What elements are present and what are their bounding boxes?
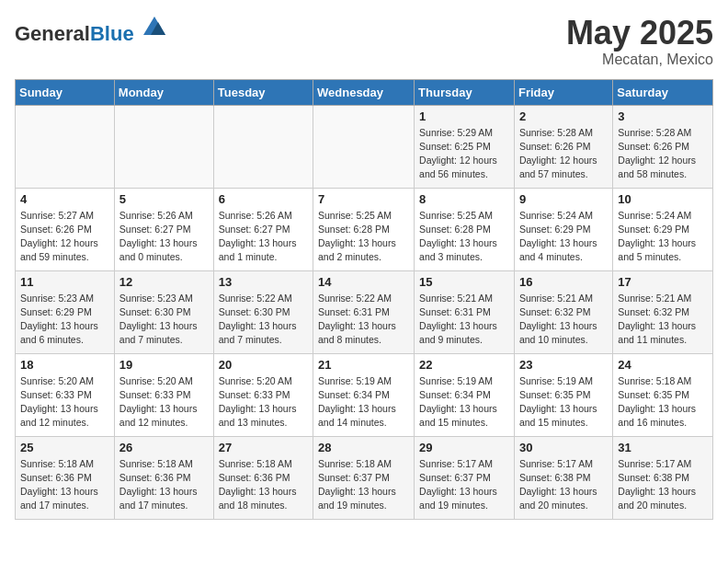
calendar-cell bbox=[16, 105, 115, 188]
day-number: 22 bbox=[419, 358, 509, 372]
day-number: 18 bbox=[20, 358, 109, 372]
calendar-week-row: 25Sunrise: 5:18 AM Sunset: 6:36 PM Dayli… bbox=[16, 436, 713, 519]
day-number: 6 bbox=[219, 192, 308, 206]
weekday-header-saturday: Saturday bbox=[613, 79, 713, 105]
day-info: Sunrise: 5:18 AM Sunset: 6:36 PM Dayligh… bbox=[20, 457, 109, 513]
weekday-header-thursday: Thursday bbox=[415, 79, 515, 105]
calendar-cell: 27Sunrise: 5:18 AM Sunset: 6:36 PM Dayli… bbox=[213, 436, 313, 519]
day-info: Sunrise: 5:29 AM Sunset: 6:25 PM Dayligh… bbox=[419, 126, 509, 182]
day-number: 31 bbox=[618, 441, 708, 454]
day-number: 9 bbox=[519, 192, 608, 206]
calendar-cell: 21Sunrise: 5:19 AM Sunset: 6:34 PM Dayli… bbox=[313, 353, 415, 436]
calendar-cell: 1Sunrise: 5:29 AM Sunset: 6:25 PM Daylig… bbox=[415, 105, 515, 188]
calendar-cell: 10Sunrise: 5:24 AM Sunset: 6:29 PM Dayli… bbox=[613, 188, 713, 270]
title-block: May 2025 Mecatan, Mexico bbox=[566, 15, 713, 68]
day-number: 28 bbox=[318, 441, 409, 454]
day-number: 1 bbox=[419, 109, 509, 123]
calendar-cell: 9Sunrise: 5:24 AM Sunset: 6:29 PM Daylig… bbox=[514, 188, 612, 270]
weekday-header-monday: Monday bbox=[114, 79, 213, 105]
logo-icon bbox=[142, 15, 167, 40]
calendar-cell: 17Sunrise: 5:21 AM Sunset: 6:32 PM Dayli… bbox=[613, 270, 713, 353]
calendar-cell: 26Sunrise: 5:18 AM Sunset: 6:36 PM Dayli… bbox=[114, 436, 213, 519]
calendar-cell: 29Sunrise: 5:17 AM Sunset: 6:37 PM Dayli… bbox=[415, 436, 515, 519]
day-number: 20 bbox=[219, 358, 308, 372]
day-number: 15 bbox=[419, 275, 509, 289]
day-number: 2 bbox=[519, 109, 608, 123]
day-info: Sunrise: 5:20 AM Sunset: 6:33 PM Dayligh… bbox=[20, 374, 109, 431]
day-info: Sunrise: 5:23 AM Sunset: 6:30 PM Dayligh… bbox=[119, 292, 209, 348]
calendar-cell: 4Sunrise: 5:27 AM Sunset: 6:26 PM Daylig… bbox=[16, 188, 115, 270]
calendar-cell bbox=[114, 105, 213, 188]
day-number: 16 bbox=[519, 275, 608, 289]
day-number: 4 bbox=[20, 192, 109, 206]
day-info: Sunrise: 5:23 AM Sunset: 6:29 PM Dayligh… bbox=[20, 292, 109, 348]
day-info: Sunrise: 5:18 AM Sunset: 6:36 PM Dayligh… bbox=[219, 457, 308, 513]
day-number: 17 bbox=[618, 275, 708, 289]
calendar-week-row: 1Sunrise: 5:29 AM Sunset: 6:25 PM Daylig… bbox=[16, 105, 713, 188]
calendar-cell: 30Sunrise: 5:17 AM Sunset: 6:38 PM Dayli… bbox=[514, 436, 612, 519]
day-info: Sunrise: 5:17 AM Sunset: 6:37 PM Dayligh… bbox=[419, 457, 509, 513]
calendar-cell: 28Sunrise: 5:18 AM Sunset: 6:37 PM Dayli… bbox=[313, 436, 415, 519]
calendar-cell: 20Sunrise: 5:20 AM Sunset: 6:33 PM Dayli… bbox=[213, 353, 313, 436]
day-number: 23 bbox=[519, 358, 608, 372]
day-info: Sunrise: 5:21 AM Sunset: 6:32 PM Dayligh… bbox=[618, 292, 708, 348]
day-number: 27 bbox=[219, 441, 308, 454]
day-info: Sunrise: 5:24 AM Sunset: 6:29 PM Dayligh… bbox=[519, 209, 608, 265]
calendar-cell: 6Sunrise: 5:26 AM Sunset: 6:27 PM Daylig… bbox=[213, 188, 313, 270]
day-number: 29 bbox=[419, 441, 509, 454]
logo: GeneralBlue bbox=[15, 15, 167, 44]
calendar-cell: 19Sunrise: 5:20 AM Sunset: 6:33 PM Dayli… bbox=[114, 353, 213, 436]
calendar-cell: 14Sunrise: 5:22 AM Sunset: 6:31 PM Dayli… bbox=[313, 270, 415, 353]
calendar-week-row: 18Sunrise: 5:20 AM Sunset: 6:33 PM Dayli… bbox=[16, 353, 713, 436]
calendar-cell: 8Sunrise: 5:25 AM Sunset: 6:28 PM Daylig… bbox=[415, 188, 515, 270]
day-info: Sunrise: 5:18 AM Sunset: 6:35 PM Dayligh… bbox=[618, 374, 708, 431]
day-info: Sunrise: 5:18 AM Sunset: 6:37 PM Dayligh… bbox=[318, 457, 409, 513]
calendar-cell: 5Sunrise: 5:26 AM Sunset: 6:27 PM Daylig… bbox=[114, 188, 213, 270]
day-info: Sunrise: 5:26 AM Sunset: 6:27 PM Dayligh… bbox=[219, 209, 308, 265]
day-number: 3 bbox=[618, 109, 708, 123]
day-info: Sunrise: 5:19 AM Sunset: 6:35 PM Dayligh… bbox=[519, 374, 608, 431]
weekday-header-sunday: Sunday bbox=[16, 79, 115, 105]
day-number: 11 bbox=[20, 275, 109, 289]
day-info: Sunrise: 5:17 AM Sunset: 6:38 PM Dayligh… bbox=[618, 457, 708, 513]
day-info: Sunrise: 5:21 AM Sunset: 6:32 PM Dayligh… bbox=[519, 292, 608, 348]
weekday-header-friday: Friday bbox=[514, 79, 612, 105]
weekday-header-row: SundayMondayTuesdayWednesdayThursdayFrid… bbox=[16, 79, 713, 105]
calendar-cell bbox=[213, 105, 313, 188]
day-info: Sunrise: 5:25 AM Sunset: 6:28 PM Dayligh… bbox=[419, 209, 509, 265]
day-info: Sunrise: 5:21 AM Sunset: 6:31 PM Dayligh… bbox=[419, 292, 509, 348]
day-info: Sunrise: 5:20 AM Sunset: 6:33 PM Dayligh… bbox=[119, 374, 209, 431]
calendar-cell: 7Sunrise: 5:25 AM Sunset: 6:28 PM Daylig… bbox=[313, 188, 415, 270]
day-info: Sunrise: 5:28 AM Sunset: 6:26 PM Dayligh… bbox=[519, 126, 608, 182]
day-number: 7 bbox=[318, 192, 409, 206]
logo-general-text: General bbox=[15, 22, 90, 45]
day-number: 26 bbox=[119, 441, 209, 454]
calendar-cell: 15Sunrise: 5:21 AM Sunset: 6:31 PM Dayli… bbox=[415, 270, 515, 353]
page-header: GeneralBlue May 2025 Mecatan, Mexico bbox=[15, 15, 713, 68]
day-info: Sunrise: 5:27 AM Sunset: 6:26 PM Dayligh… bbox=[20, 209, 109, 265]
calendar-cell: 24Sunrise: 5:18 AM Sunset: 6:35 PM Dayli… bbox=[613, 353, 713, 436]
day-number: 14 bbox=[318, 275, 409, 289]
day-number: 19 bbox=[119, 358, 209, 372]
calendar-title: May 2025 bbox=[566, 15, 713, 52]
day-info: Sunrise: 5:28 AM Sunset: 6:26 PM Dayligh… bbox=[618, 126, 708, 182]
calendar-cell: 22Sunrise: 5:19 AM Sunset: 6:34 PM Dayli… bbox=[415, 353, 515, 436]
calendar-cell: 2Sunrise: 5:28 AM Sunset: 6:26 PM Daylig… bbox=[514, 105, 612, 188]
day-info: Sunrise: 5:19 AM Sunset: 6:34 PM Dayligh… bbox=[419, 374, 509, 431]
day-number: 10 bbox=[618, 192, 708, 206]
calendar-cell bbox=[313, 105, 415, 188]
calendar-cell: 31Sunrise: 5:17 AM Sunset: 6:38 PM Dayli… bbox=[613, 436, 713, 519]
day-number: 13 bbox=[219, 275, 308, 289]
calendar-cell: 13Sunrise: 5:22 AM Sunset: 6:30 PM Dayli… bbox=[213, 270, 313, 353]
day-info: Sunrise: 5:20 AM Sunset: 6:33 PM Dayligh… bbox=[219, 374, 308, 431]
day-number: 8 bbox=[419, 192, 509, 206]
weekday-header-wednesday: Wednesday bbox=[313, 79, 415, 105]
calendar-cell: 25Sunrise: 5:18 AM Sunset: 6:36 PM Dayli… bbox=[16, 436, 115, 519]
calendar-table: SundayMondayTuesdayWednesdayThursdayFrid… bbox=[15, 79, 713, 520]
day-info: Sunrise: 5:26 AM Sunset: 6:27 PM Dayligh… bbox=[119, 209, 209, 265]
day-number: 25 bbox=[20, 441, 109, 454]
day-number: 30 bbox=[519, 441, 608, 454]
day-info: Sunrise: 5:22 AM Sunset: 6:30 PM Dayligh… bbox=[219, 292, 308, 348]
calendar-cell: 3Sunrise: 5:28 AM Sunset: 6:26 PM Daylig… bbox=[613, 105, 713, 188]
calendar-subtitle: Mecatan, Mexico bbox=[566, 52, 713, 68]
